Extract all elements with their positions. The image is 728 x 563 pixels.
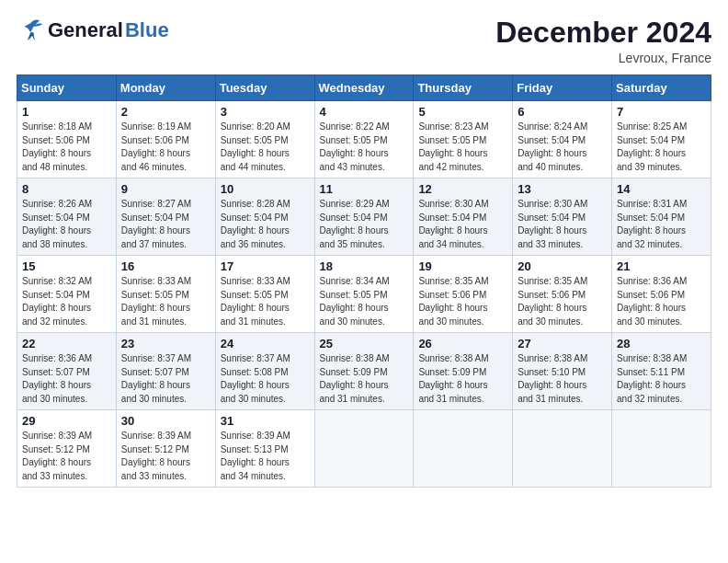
header-thursday: Thursday — [414, 75, 513, 101]
table-row: 10Sunrise: 8:28 AM Sunset: 5:04 PM Dayli… — [215, 178, 314, 256]
day-info: Sunrise: 8:39 AM Sunset: 5:12 PM Dayligh… — [22, 430, 111, 483]
day-number: 17 — [221, 259, 310, 273]
day-number: 30 — [121, 414, 210, 428]
day-number: 11 — [320, 182, 409, 196]
table-row — [612, 410, 711, 488]
day-number: 29 — [22, 414, 111, 428]
day-number: 12 — [418, 182, 507, 196]
table-row: 16Sunrise: 8:33 AM Sunset: 5:05 PM Dayli… — [116, 256, 215, 333]
day-info: Sunrise: 8:38 AM Sunset: 5:09 PM Dayligh… — [418, 352, 507, 406]
day-info: Sunrise: 8:35 AM Sunset: 5:06 PM Dayligh… — [518, 275, 607, 328]
day-number: 21 — [617, 259, 706, 273]
header-tuesday: Tuesday — [215, 75, 314, 101]
table-row: 24Sunrise: 8:37 AM Sunset: 5:08 PM Dayli… — [215, 333, 314, 410]
day-number: 14 — [617, 182, 706, 196]
day-number: 22 — [22, 337, 111, 350]
day-number: 9 — [121, 182, 210, 196]
table-row: 18Sunrise: 8:34 AM Sunset: 5:05 PM Dayli… — [314, 256, 414, 333]
table-row — [414, 410, 513, 488]
table-row: 11Sunrise: 8:29 AM Sunset: 5:04 PM Dayli… — [314, 178, 414, 256]
day-number: 5 — [418, 105, 507, 119]
title-block: December 2024 Levroux, France — [495, 17, 711, 65]
table-row: 29Sunrise: 8:39 AM Sunset: 5:12 PM Dayli… — [17, 410, 117, 488]
table-row: 1Sunrise: 8:18 AM Sunset: 5:06 PM Daylig… — [17, 101, 117, 178]
table-row: 19Sunrise: 8:35 AM Sunset: 5:06 PM Dayli… — [414, 256, 513, 333]
day-info: Sunrise: 8:34 AM Sunset: 5:05 PM Dayligh… — [320, 275, 409, 328]
day-info: Sunrise: 8:20 AM Sunset: 5:05 PM Dayligh… — [221, 121, 310, 174]
day-number: 24 — [221, 337, 310, 350]
day-info: Sunrise: 8:26 AM Sunset: 5:04 PM Dayligh… — [22, 198, 111, 251]
day-number: 15 — [22, 259, 111, 273]
day-info: Sunrise: 8:30 AM Sunset: 5:04 PM Dayligh… — [518, 198, 607, 251]
table-row: 9Sunrise: 8:27 AM Sunset: 5:04 PM Daylig… — [116, 178, 215, 256]
day-info: Sunrise: 8:37 AM Sunset: 5:08 PM Dayligh… — [221, 352, 310, 406]
table-row: 30Sunrise: 8:39 AM Sunset: 5:12 PM Dayli… — [116, 410, 215, 488]
day-number: 3 — [221, 105, 310, 119]
table-row: 4Sunrise: 8:22 AM Sunset: 5:05 PM Daylig… — [314, 101, 414, 178]
day-number: 28 — [617, 337, 706, 350]
day-info: Sunrise: 8:30 AM Sunset: 5:04 PM Dayligh… — [418, 198, 507, 251]
day-info: Sunrise: 8:19 AM Sunset: 5:06 PM Dayligh… — [121, 121, 210, 174]
table-row: 27Sunrise: 8:38 AM Sunset: 5:10 PM Dayli… — [513, 333, 612, 410]
table-row: 22Sunrise: 8:36 AM Sunset: 5:07 PM Dayli… — [17, 333, 117, 410]
table-row: 14Sunrise: 8:31 AM Sunset: 5:04 PM Dayli… — [612, 178, 711, 256]
day-info: Sunrise: 8:35 AM Sunset: 5:06 PM Dayligh… — [418, 275, 507, 328]
day-info: Sunrise: 8:36 AM Sunset: 5:07 PM Dayligh… — [22, 352, 111, 406]
day-info: Sunrise: 8:28 AM Sunset: 5:04 PM Dayligh… — [221, 198, 310, 251]
header-sunday: Sunday — [17, 75, 117, 101]
day-number: 6 — [518, 105, 607, 119]
calendar-header-row: Sunday Monday Tuesday Wednesday Thursday… — [17, 75, 711, 101]
table-row: 13Sunrise: 8:30 AM Sunset: 5:04 PM Dayli… — [513, 178, 612, 256]
day-info: Sunrise: 8:33 AM Sunset: 5:05 PM Dayligh… — [121, 275, 210, 328]
day-info: Sunrise: 8:38 AM Sunset: 5:10 PM Dayligh… — [518, 352, 607, 406]
table-row: 5Sunrise: 8:23 AM Sunset: 5:05 PM Daylig… — [414, 101, 513, 178]
table-row: 15Sunrise: 8:32 AM Sunset: 5:04 PM Dayli… — [17, 256, 117, 333]
day-number: 26 — [418, 337, 507, 350]
day-info: Sunrise: 8:29 AM Sunset: 5:04 PM Dayligh… — [320, 198, 409, 251]
day-number: 8 — [22, 182, 111, 196]
table-row — [513, 410, 612, 488]
header: GeneralBlue December 2024 Levroux, Franc… — [17, 17, 711, 65]
month-title: December 2024 — [495, 17, 711, 49]
table-row: 21Sunrise: 8:36 AM Sunset: 5:06 PM Dayli… — [612, 256, 711, 333]
table-row: 3Sunrise: 8:20 AM Sunset: 5:05 PM Daylig… — [215, 101, 314, 178]
day-info: Sunrise: 8:25 AM Sunset: 5:04 PM Dayligh… — [617, 121, 706, 174]
header-saturday: Saturday — [612, 75, 711, 101]
table-row: 17Sunrise: 8:33 AM Sunset: 5:05 PM Dayli… — [215, 256, 314, 333]
calendar-week-row: 15Sunrise: 8:32 AM Sunset: 5:04 PM Dayli… — [17, 256, 711, 333]
day-info: Sunrise: 8:22 AM Sunset: 5:05 PM Dayligh… — [320, 121, 409, 174]
table-row: 8Sunrise: 8:26 AM Sunset: 5:04 PM Daylig… — [17, 178, 117, 256]
day-info: Sunrise: 8:23 AM Sunset: 5:05 PM Dayligh… — [418, 121, 507, 174]
table-row: 25Sunrise: 8:38 AM Sunset: 5:09 PM Dayli… — [314, 333, 414, 410]
table-row: 28Sunrise: 8:38 AM Sunset: 5:11 PM Dayli… — [612, 333, 711, 410]
day-info: Sunrise: 8:31 AM Sunset: 5:04 PM Dayligh… — [617, 198, 706, 251]
header-friday: Friday — [513, 75, 612, 101]
day-info: Sunrise: 8:33 AM Sunset: 5:05 PM Dayligh… — [221, 275, 310, 328]
day-number: 7 — [617, 105, 706, 119]
day-info: Sunrise: 8:39 AM Sunset: 5:12 PM Dayligh… — [121, 430, 210, 483]
logo: GeneralBlue — [17, 17, 169, 44]
day-info: Sunrise: 8:27 AM Sunset: 5:04 PM Dayligh… — [121, 198, 210, 251]
day-info: Sunrise: 8:18 AM Sunset: 5:06 PM Dayligh… — [22, 121, 111, 174]
day-number: 25 — [320, 337, 409, 350]
table-row: 31Sunrise: 8:39 AM Sunset: 5:13 PM Dayli… — [215, 410, 314, 488]
table-row — [314, 410, 414, 488]
day-number: 16 — [121, 259, 210, 273]
table-row: 20Sunrise: 8:35 AM Sunset: 5:06 PM Dayli… — [513, 256, 612, 333]
calendar: Sunday Monday Tuesday Wednesday Thursday… — [17, 75, 711, 488]
table-row: 12Sunrise: 8:30 AM Sunset: 5:04 PM Dayli… — [414, 178, 513, 256]
day-number: 1 — [22, 105, 111, 119]
table-row: 2Sunrise: 8:19 AM Sunset: 5:06 PM Daylig… — [116, 101, 215, 178]
table-row: 26Sunrise: 8:38 AM Sunset: 5:09 PM Dayli… — [414, 333, 513, 410]
day-number: 10 — [221, 182, 310, 196]
logo-bird-icon — [17, 17, 46, 42]
day-number: 31 — [221, 414, 310, 428]
header-monday: Monday — [116, 75, 215, 101]
day-number: 19 — [418, 259, 507, 273]
day-number: 2 — [121, 105, 210, 119]
day-number: 27 — [518, 337, 607, 350]
day-number: 13 — [518, 182, 607, 196]
calendar-week-row: 1Sunrise: 8:18 AM Sunset: 5:06 PM Daylig… — [17, 101, 711, 178]
day-info: Sunrise: 8:38 AM Sunset: 5:11 PM Dayligh… — [617, 352, 706, 406]
calendar-week-row: 8Sunrise: 8:26 AM Sunset: 5:04 PM Daylig… — [17, 178, 711, 256]
